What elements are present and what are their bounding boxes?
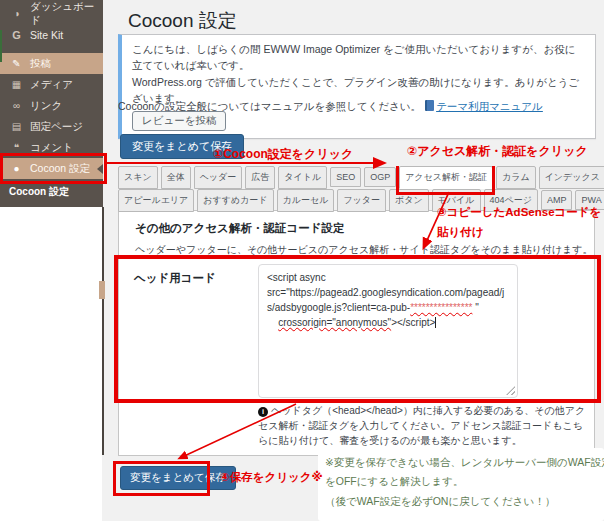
sidebar-item-label: Cocoon 設定 bbox=[30, 162, 90, 176]
annotation-step3-text-line2: 貼り付け bbox=[437, 225, 484, 240]
tab-recommend-card[interactable]: おすすめカード bbox=[197, 189, 273, 212]
manual-text: Cocoonの設定全般についてはマニュアルを参照してください。 bbox=[118, 100, 421, 112]
waf-note-line2: をOFFにすると解決します。 bbox=[325, 472, 597, 491]
waf-note: ※変更を保存できない場合、レンタルサーバー側のWAF設定 をOFFにすると解決し… bbox=[318, 448, 604, 521]
current-item-arrow-icon bbox=[97, 164, 103, 174]
tab-index[interactable]: インデックス bbox=[539, 166, 604, 189]
sidebar-item-cocoon-settings[interactable]: ● Cocoon 設定 bbox=[0, 158, 103, 179]
tab-button[interactable]: ボタン bbox=[389, 189, 429, 212]
notice-text-line1: こんにちは、しばらくの間 EWWW Image Optimizer をご使用いた… bbox=[132, 41, 585, 74]
sidebar-item-label: メディア bbox=[30, 78, 73, 92]
sidebar-submenu-cocoon-settings[interactable]: Cocoon 設定 bbox=[0, 179, 103, 205]
tab-skin[interactable]: スキン bbox=[118, 166, 158, 189]
section-description: ヘッダーやフッターに、その他サービスのアクセス解析・サイト認証タグをそのまま貼り… bbox=[135, 243, 593, 257]
info-icon: i bbox=[258, 407, 268, 417]
tab-access-analytics[interactable]: アクセス解析・認証 bbox=[399, 166, 493, 189]
sidebar-item-comments[interactable]: ❝ コメント bbox=[0, 137, 103, 158]
resize-handle-icon[interactable] bbox=[506, 386, 515, 395]
annotation-step2-text: ②アクセス解析・認証をクリック bbox=[407, 143, 588, 160]
waf-note-line1: ※変更を保存できない場合、レンタルサーバー側のWAF設定 bbox=[325, 453, 597, 472]
sidebar-item-posts[interactable]: ✎ 投稿 bbox=[0, 53, 103, 74]
book-icon bbox=[425, 100, 434, 111]
sidebar-item-links[interactable]: ∞ リンク bbox=[0, 95, 103, 116]
tab-ads[interactable]: 広告 bbox=[245, 166, 275, 189]
links-icon: ∞ bbox=[9, 100, 24, 111]
tab-seo[interactable]: SEO bbox=[330, 167, 361, 187]
tab-carousel[interactable]: カルーセル bbox=[277, 189, 335, 212]
text-cursor bbox=[435, 317, 436, 328]
tab-row-1: スキン全体ヘッダー広告タイトルSEOOGPアクセス解析・認証カラムインデックス投… bbox=[118, 166, 604, 188]
wordpress-admin-page: ◑ ダッシュボード G Site Kit ✎ 投稿 ▦ メディア ∞ リンク ▤… bbox=[0, 0, 604, 521]
page-title: Cocoon 設定 bbox=[128, 8, 237, 34]
sidebar-empty-area bbox=[0, 207, 102, 521]
sidebar-item-dashboard[interactable]: ◑ ダッシュボード bbox=[0, 3, 103, 24]
settings-panel: その他のアクセス解析・認証コード設定 ヘッダーやフッターに、その他サービスのアク… bbox=[118, 210, 595, 456]
field-help-text: iヘッドタグ（<head></head>）内に挿入する必要のある、その他アクセス… bbox=[258, 403, 592, 448]
cocoon-icon: ● bbox=[9, 163, 24, 174]
sidebar-divider bbox=[102, 207, 104, 455]
edge-artifact bbox=[0, 30, 2, 62]
sidebar-item-label: 投稿 bbox=[30, 57, 51, 71]
help-text: ヘッドタグ（<head></head>）内に挿入する必要のある、その他アクセス解… bbox=[258, 405, 585, 446]
pages-icon: ▤ bbox=[9, 121, 24, 132]
tab-appeal-area[interactable]: アピールエリア bbox=[118, 189, 194, 212]
posts-icon: ✎ bbox=[9, 58, 24, 69]
head-code-textarea[interactable]: <script async src="https://pagead2.googl… bbox=[258, 264, 518, 398]
tab-ogp[interactable]: OGP bbox=[364, 167, 396, 187]
masked-publisher-id: **************** bbox=[410, 302, 472, 313]
tab-header[interactable]: ヘッダー bbox=[194, 166, 243, 189]
code-text-crossorigin: crossorigin="anonymous" bbox=[278, 317, 391, 328]
media-icon: ▦ bbox=[9, 79, 24, 90]
section-heading: その他のアクセス解析・認証コード設定 bbox=[135, 221, 344, 236]
tab-footer[interactable]: フッター bbox=[337, 189, 386, 212]
theme-manual-link[interactable]: テーマ利用マニュアル bbox=[436, 100, 543, 112]
post-review-button[interactable]: レビューを投稿 bbox=[132, 111, 226, 131]
sidebar-item-label: Site Kit bbox=[30, 29, 63, 41]
sidebar-item-label: 固定ページ bbox=[30, 120, 83, 134]
comments-icon: ❝ bbox=[9, 142, 24, 153]
tab-title[interactable]: タイトル bbox=[278, 166, 327, 189]
annotation-step3-text-line1: ③コピーしたAdSenseコードを bbox=[437, 205, 601, 220]
sidebar-item-label: ダッシュボード bbox=[30, 0, 103, 28]
annotation-step4-text: ④保存をクリック※ bbox=[220, 470, 323, 485]
admin-sidebar: ◑ ダッシュボード G Site Kit ✎ 投稿 ▦ メディア ∞ リンク ▤… bbox=[0, 0, 103, 207]
code-text: ></script> bbox=[391, 317, 435, 328]
sidebar-collapse-handle[interactable] bbox=[99, 281, 105, 299]
head-code-label: ヘッド用コード bbox=[134, 271, 216, 286]
sidebar-item-label: リンク bbox=[30, 99, 62, 113]
tab-all[interactable]: 全体 bbox=[161, 166, 191, 189]
sidebar-item-media[interactable]: ▦ メディア bbox=[0, 74, 103, 95]
sidebar-item-pages[interactable]: ▤ 固定ページ bbox=[0, 116, 103, 137]
annotation-step1-text: ①Cocoon設定をクリック bbox=[213, 146, 353, 163]
manual-reference-line: Cocoonの設定全般についてはマニュアルを参照してください。テーマ利用マニュア… bbox=[118, 100, 543, 114]
sidebar-item-label: コメント bbox=[30, 141, 73, 155]
dashboard-icon: ◑ bbox=[9, 8, 24, 19]
sitekit-icon: G bbox=[9, 29, 24, 41]
save-all-button-bottom[interactable]: 変更をまとめて保存 bbox=[120, 466, 236, 490]
plugin-review-notice: こんにちは、しばらくの間 EWWW Image Optimizer をご使用いた… bbox=[118, 34, 596, 139]
waf-note-line3: （後でWAF設定を必ずONに戻してください！） bbox=[325, 492, 597, 511]
tab-column[interactable]: カラム bbox=[496, 166, 536, 189]
